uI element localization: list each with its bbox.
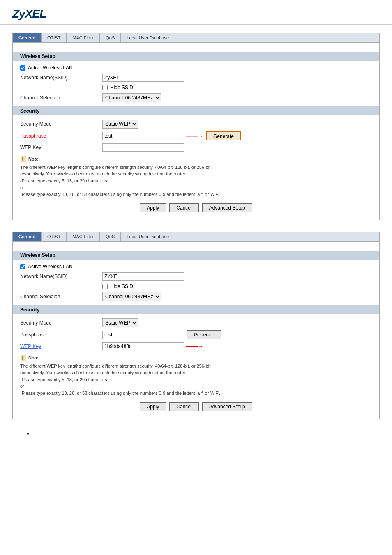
tab-general-1[interactable]: General (13, 33, 42, 42)
note-line-1-1: The different WEP key lengths configure … (20, 164, 372, 171)
tab-otist-1[interactable]: OTIST (42, 33, 67, 42)
tab-mac-filter-1[interactable]: MAC Filter (67, 33, 100, 42)
note-line-2-4: or (20, 383, 372, 390)
wep-key-input-wrapper-2: ——→ (102, 342, 203, 350)
page-content: General OTIST MAC Filter QoS Local User … (0, 33, 392, 450)
note-line-2-1: The different WEP key lengths configure … (20, 363, 372, 370)
advanced-setup-button-1[interactable]: Advanced Setup (202, 203, 252, 212)
ssid-label-2: Network Name(SSID) (20, 274, 102, 279)
apply-button-2[interactable]: Apply (140, 402, 166, 411)
note-line-1-5: -Please type exactly 10, 26, or 58 chara… (20, 191, 372, 198)
note-line-1-3: -Please type exactly 5, 13, or 29 charac… (20, 177, 372, 184)
channel-row-1: Channel Selection Channel-06 2437MHz (20, 93, 372, 102)
active-wireless-row-2: Active Wireless LAN (20, 264, 372, 269)
channel-select-1[interactable]: Channel-06 2437MHz (102, 93, 161, 102)
ssid-label-1: Network Name(SSID) (20, 75, 102, 81)
note-icon-2: ! (20, 355, 27, 361)
btn-row-2: Apply Cancel Advanced Setup (20, 402, 372, 411)
btn-row-1: Apply Cancel Advanced Setup (20, 203, 372, 212)
passphrase-input-2[interactable] (102, 331, 184, 339)
logo-bar: ZyXEL (0, 0, 392, 25)
note-line-1-2: respectively. Your wireless client must … (20, 170, 372, 177)
tab-bar-2: General OTIST MAC Filter QoS Local User … (13, 232, 379, 242)
logo: ZyXEL (12, 7, 46, 20)
wep-key-label-1: WEP Key (20, 145, 102, 150)
active-wireless-label-1: Active Wireless LAN (28, 65, 73, 71)
note-title-2: ! Note: (20, 355, 372, 362)
apply-button-1[interactable]: Apply (140, 203, 166, 212)
panel-1-body: Wireless Setup Active Wireless LAN Netwo… (13, 43, 379, 220)
wep-key-row-2: WEP Key ——→ (20, 342, 372, 350)
note-box-1: ! Note: The different WEP key lengths co… (20, 156, 372, 198)
hide-ssid-checkbox-2[interactable] (102, 284, 108, 289)
wireless-setup-header-2: Wireless Setup (13, 251, 379, 260)
security-mode-label-1: Security Mode (20, 121, 102, 127)
channel-select-2[interactable]: Channel-06 2437MHz (102, 292, 161, 301)
security-mode-row-1: Security Mode Static WEP (20, 120, 372, 129)
hide-ssid-label-1: Hide SSID (110, 85, 133, 90)
tab-mac-filter-2[interactable]: MAC Filter (67, 232, 100, 241)
passphrase-input-1[interactable] (102, 132, 184, 140)
channel-label-2: Channel Selection (20, 294, 102, 299)
note-line-1-4: or (20, 184, 372, 191)
passphrase-input-wrapper-1: ——→ Generate (102, 131, 241, 140)
wep-key-label-2: WEP Key (20, 343, 102, 349)
ssid-row-2: Network Name(SSID) (20, 272, 372, 281)
hide-ssid-label-2: Hide SSID (110, 283, 133, 289)
passphrase-row-1: Passphrase ——→ Generate (20, 131, 372, 140)
active-wireless-checkbox-2[interactable] (20, 264, 25, 269)
ssid-input-1[interactable] (102, 74, 184, 82)
panel-2: General OTIST MAC Filter QoS Local User … (12, 232, 380, 419)
panel-1: General OTIST MAC Filter QoS Local User … (12, 33, 380, 220)
wireless-setup-header-1: Wireless Setup (13, 52, 379, 61)
channel-row-2: Channel Selection Channel-06 2437MHz (20, 292, 372, 301)
active-wireless-row-1: Active Wireless LAN (20, 65, 372, 71)
note-line-2-3: -Please type exactly 5, 13, or 29 charac… (20, 376, 372, 383)
passphrase-row-2: Passphrase Generate (20, 330, 372, 339)
security-header-1: Security (13, 106, 379, 115)
security-mode-label-2: Security Mode (20, 320, 102, 326)
cancel-button-2[interactable]: Cancel (169, 402, 198, 411)
security-mode-select-1[interactable]: Static WEP (102, 120, 138, 129)
note-title-1: ! Note: (20, 156, 372, 163)
bullet-list (33, 431, 380, 436)
active-wireless-checkbox-1[interactable] (20, 65, 25, 71)
wep-key-row-1: WEP Key (20, 143, 372, 152)
hide-ssid-row-1: Hide SSID (20, 85, 372, 90)
hide-ssid-checkbox-1[interactable] (102, 85, 108, 90)
advanced-setup-button-2[interactable]: Advanced Setup (202, 402, 252, 411)
security-mode-select-2[interactable]: Static WEP (102, 318, 138, 327)
wep-key-arrow-2: ——→ (186, 343, 203, 350)
note-line-2-2: respectively. Your wireless client must … (20, 369, 372, 376)
passphrase-label-2: Passphrase (20, 332, 102, 338)
note-line-2-5: -Please type exactly 10, 26, or 58 chara… (20, 390, 372, 397)
bullet-item (33, 431, 380, 436)
security-header-2: Security (13, 305, 379, 314)
tab-qos-2[interactable]: QoS (100, 232, 121, 241)
note-box-2: ! Note: The different WEP key lengths co… (20, 355, 372, 396)
panel-2-body: Wireless Setup Active Wireless LAN Netwo… (13, 242, 379, 419)
active-wireless-label-2: Active Wireless LAN (28, 264, 73, 269)
note-icon-1: ! (20, 156, 27, 162)
cancel-button-1[interactable]: Cancel (169, 203, 198, 212)
tab-otist-2[interactable]: OTIST (42, 232, 67, 241)
svg-text:!: ! (21, 157, 23, 162)
svg-text:!: ! (21, 355, 23, 361)
generate-button-1[interactable]: Generate (206, 131, 241, 140)
hide-ssid-row-2: Hide SSID (20, 283, 372, 289)
wep-key-input-1[interactable] (102, 143, 184, 152)
tab-bar-1: General OTIST MAC Filter QoS Local User … (13, 33, 379, 43)
tab-general-2[interactable]: General (13, 232, 42, 241)
security-mode-row-2: Security Mode Static WEP (20, 318, 372, 327)
passphrase-arrow-1: ——→ (186, 133, 203, 139)
ssid-input-2[interactable] (102, 272, 184, 281)
tab-local-user-db-1[interactable]: Local User Database (121, 33, 175, 42)
tab-local-user-db-2[interactable]: Local User Database (121, 232, 175, 241)
channel-label-1: Channel Selection (20, 95, 102, 101)
generate-button-2[interactable]: Generate (187, 330, 221, 339)
ssid-row-1: Network Name(SSID) (20, 74, 372, 82)
tab-qos-1[interactable]: QoS (100, 33, 121, 42)
passphrase-label-1: Passphrase (20, 133, 102, 139)
wep-key-input-2[interactable] (102, 342, 184, 350)
